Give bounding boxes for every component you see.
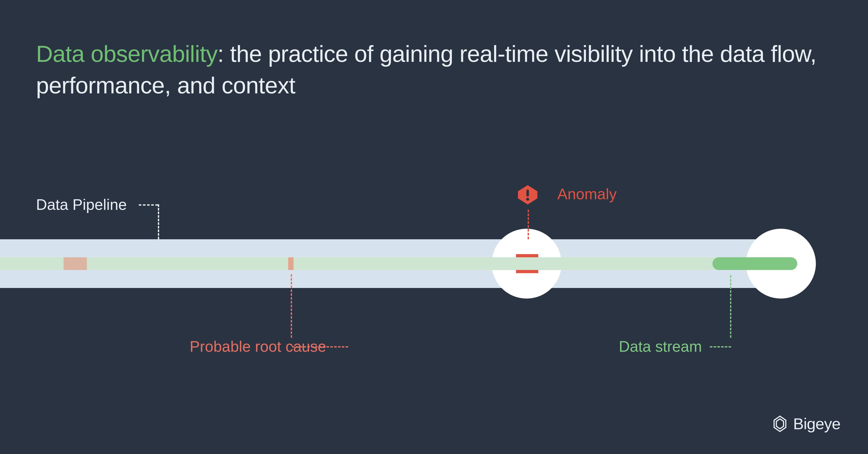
warning-icon — [517, 184, 538, 205]
headline: Data observability: the practice of gain… — [36, 38, 868, 101]
data-stream-tail — [712, 257, 797, 270]
label-data-stream: Data stream — [619, 338, 702, 355]
stream-event-root-cause — [288, 257, 293, 270]
connector-stream-h — [710, 346, 731, 348]
pipeline-tube — [0, 239, 812, 288]
svg-rect-0 — [526, 190, 529, 196]
label-anomaly: Anomaly — [557, 185, 617, 203]
label-root-cause: Probable root cause — [190, 338, 326, 355]
connector-pipeline-h — [139, 204, 158, 205]
connector-stream-v — [730, 275, 731, 338]
label-data-pipeline: Data Pipeline — [36, 196, 127, 213]
brand-logo-icon — [771, 415, 789, 433]
data-stream-band — [0, 257, 797, 270]
brand-name: Bigeye — [793, 415, 840, 433]
connector-root-v — [291, 274, 292, 338]
connector-pipeline-v — [158, 204, 159, 239]
stream-event-1 — [64, 257, 87, 270]
connector-anomaly-v — [528, 209, 529, 239]
headline-accent: Data observability — [36, 41, 217, 67]
svg-point-1 — [526, 198, 529, 201]
brand-logo: Bigeye — [771, 415, 840, 433]
